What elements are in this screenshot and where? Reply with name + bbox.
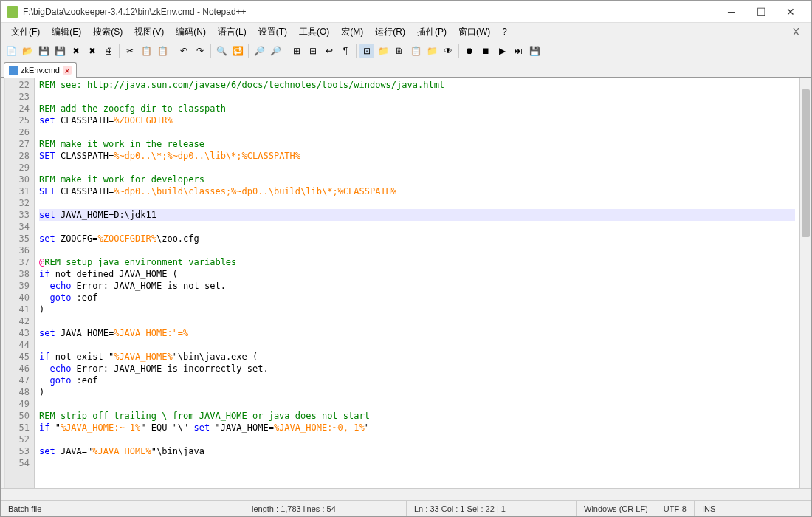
scroll-thumb[interactable] (802, 89, 810, 237)
line-number: 37 (5, 256, 30, 268)
line-number: 27 (5, 138, 30, 150)
find-icon[interactable]: 🔍 (214, 44, 229, 58)
line-number: 43 (5, 327, 30, 339)
monitor-icon[interactable]: 👁 (441, 44, 455, 58)
close-x-icon[interactable]: X (785, 26, 807, 38)
menu-help[interactable]: ? (496, 25, 513, 38)
func-list-icon[interactable]: 📋 (408, 44, 423, 58)
line-gutter: 22 23 24 25 26 27 28 29 30 31 32 33 34 3… (5, 78, 35, 488)
status-filetype: Batch file (8, 501, 244, 516)
app-window: F:\bigData\zookeeper-3.4.12\bin\zkEnv.cm… (0, 0, 812, 517)
line-number: 30 (5, 174, 30, 185)
tab-zkenv[interactable]: zkEnv.cmd ⨯ (4, 62, 77, 78)
separator (119, 44, 120, 58)
line-number: 24 (5, 103, 30, 114)
undo-icon[interactable]: ↶ (176, 44, 191, 58)
tab-label: zkEnv.cmd (21, 66, 60, 75)
line-number: 26 (5, 126, 30, 138)
line-number: 33 (5, 209, 30, 221)
close-all-icon[interactable]: ✖ (85, 44, 100, 58)
menubar: 文件(F) 编辑(E) 搜索(S) 视图(V) 编码(N) 语言(L) 设置(T… (1, 23, 811, 41)
sync-h-icon[interactable]: ⊟ (306, 44, 320, 58)
minimize-button[interactable]: ─ (717, 1, 746, 22)
status-position: Ln : 33 Col : 1 Sel : 22 | 1 (407, 501, 577, 516)
line-number: 39 (5, 280, 30, 292)
line-number: 53 (5, 445, 30, 457)
line-number: 47 (5, 374, 30, 386)
copy-icon[interactable]: 📋 (139, 44, 154, 58)
line-number: 54 (5, 457, 30, 469)
file-icon (9, 66, 18, 75)
save-macro-icon[interactable]: 💾 (527, 44, 542, 58)
stop-icon[interactable]: ⏹ (478, 44, 493, 58)
menu-tools[interactable]: 工具(O) (293, 24, 335, 40)
play-multi-icon[interactable]: ⏭ (511, 44, 526, 58)
app-icon (7, 6, 18, 18)
play-icon[interactable]: ▶ (495, 44, 509, 58)
sync-v-icon[interactable]: ⊞ (289, 44, 304, 58)
zoom-out-icon[interactable]: 🔎 (268, 44, 283, 58)
line-number: 36 (5, 244, 30, 256)
line-number: 23 (5, 91, 30, 103)
save-icon[interactable]: 💾 (36, 44, 51, 58)
zoom-in-icon[interactable]: 🔎 (252, 44, 266, 58)
folder-icon[interactable]: 📁 (376, 44, 390, 58)
horizontal-scrollbar[interactable] (1, 488, 811, 500)
menu-macro[interactable]: 宏(M) (335, 24, 369, 40)
replace-icon[interactable]: 🔁 (230, 44, 245, 58)
status-eol: Windows (CR LF) (577, 501, 656, 516)
line-number: 51 (5, 422, 30, 434)
line-number: 49 (5, 398, 30, 410)
line-number: 50 (5, 410, 30, 422)
window-controls: ─ ☐ ✕ (717, 1, 805, 22)
new-file-icon[interactable]: 📄 (4, 44, 18, 58)
line-number: 35 (5, 233, 30, 244)
line-number: 34 (5, 221, 30, 233)
folder-workspace-icon[interactable]: 📁 (424, 44, 439, 58)
separator (286, 44, 286, 58)
line-number: 41 (5, 304, 30, 315)
line-number: 40 (5, 292, 30, 304)
close-button[interactable]: ✕ (776, 1, 805, 22)
line-number: 32 (5, 197, 30, 209)
line-number: 42 (5, 315, 30, 327)
menu-run[interactable]: 运行(R) (369, 24, 411, 40)
wrap-icon[interactable]: ↩ (322, 44, 337, 58)
separator (173, 44, 173, 58)
redo-icon[interactable]: ↷ (193, 44, 207, 58)
statusbar: Batch file length : 1,783 lines : 54 Ln … (1, 500, 811, 516)
tab-close-icon[interactable]: ⨯ (63, 66, 72, 75)
line-number: 45 (5, 351, 30, 363)
line-number: 44 (5, 339, 30, 351)
line-number: 31 (5, 185, 30, 197)
close-file-icon[interactable]: ✖ (69, 44, 83, 58)
status-length: length : 1,783 lines : 54 (244, 501, 407, 516)
menu-search[interactable]: 搜索(S) (87, 24, 128, 40)
line-number: 38 (5, 268, 30, 280)
menu-edit[interactable]: 编辑(E) (46, 24, 87, 40)
save-all-icon[interactable]: 💾 (52, 44, 67, 58)
all-chars-icon[interactable]: ¶ (338, 44, 353, 58)
record-icon[interactable]: ⏺ (462, 44, 477, 58)
menu-plugins[interactable]: 插件(P) (411, 24, 453, 40)
menu-window[interactable]: 窗口(W) (453, 24, 496, 40)
paste-icon[interactable]: 📋 (155, 44, 170, 58)
editor-area: 22 23 24 25 26 27 28 29 30 31 32 33 34 3… (1, 78, 811, 488)
print-icon[interactable]: 🖨 (101, 44, 116, 58)
line-number: 52 (5, 434, 30, 445)
line-number: 22 (5, 79, 30, 91)
menu-file[interactable]: 文件(F) (5, 24, 46, 40)
menu-language[interactable]: 语言(L) (212, 24, 252, 40)
code-editor[interactable]: REM see: http://java.sun.com/javase/6/do… (35, 78, 799, 488)
menu-settings[interactable]: 设置(T) (252, 24, 293, 40)
menu-view[interactable]: 视图(V) (128, 24, 170, 40)
cut-icon[interactable]: ✂ (123, 44, 137, 58)
open-file-icon[interactable]: 📂 (20, 44, 35, 58)
vertical-scrollbar[interactable] (799, 78, 811, 488)
maximize-button[interactable]: ☐ (746, 1, 776, 22)
indent-guide-icon[interactable]: ⊡ (359, 44, 374, 58)
menu-encoding[interactable]: 编码(N) (170, 24, 212, 40)
line-number: 25 (5, 114, 30, 126)
doc-map-icon[interactable]: 🗎 (392, 44, 407, 58)
separator (248, 44, 249, 58)
